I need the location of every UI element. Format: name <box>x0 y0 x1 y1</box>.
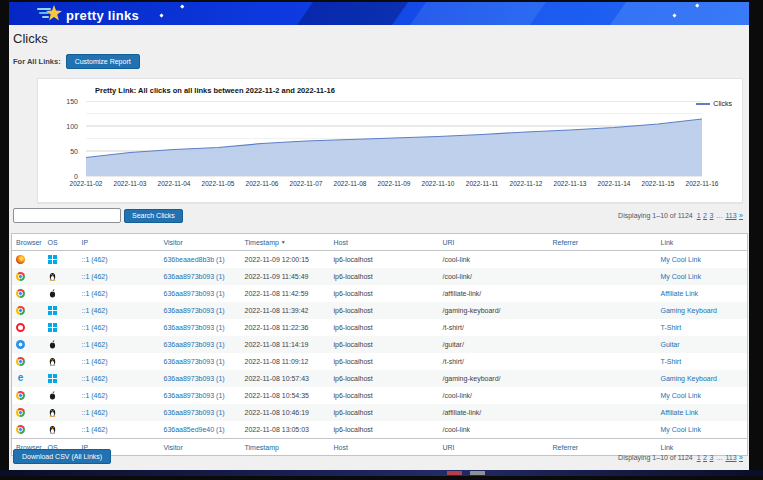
visitor-link[interactable]: 636aa85ed9e40 (1) <box>164 426 225 433</box>
ip-link[interactable]: ::1 (462) <box>82 375 108 382</box>
visitor-link[interactable]: 636aa8973b093 (1) <box>164 341 225 348</box>
link-cell: Affiliate Link <box>657 285 748 302</box>
ip-link[interactable]: ::1 (462) <box>82 256 108 263</box>
ip-link[interactable]: ::1 (462) <box>82 324 108 331</box>
os-cell <box>44 302 78 319</box>
os-cell <box>44 353 78 370</box>
x-tick-label: 2022-11-16 <box>686 180 719 187</box>
linux-icon <box>48 272 57 281</box>
chrome-hub-icon <box>18 410 23 415</box>
table-row: ::1 (462)636aa8973b093 (1)2022-11-09 11:… <box>12 268 748 285</box>
pretty-link-link[interactable]: Guitar <box>661 341 680 348</box>
page-link-2[interactable]: 2 <box>703 212 707 219</box>
page-link-3[interactable]: 3 <box>710 454 714 461</box>
page-link-1[interactable]: 1 <box>697 212 701 219</box>
visitor-link[interactable]: 636aa8973b093 (1) <box>164 324 225 331</box>
x-tick-label: 2022-11-07 <box>290 180 323 187</box>
ip-link[interactable]: ::1 (462) <box>82 426 108 433</box>
column-header-host[interactable]: Host <box>330 234 439 251</box>
os-cell <box>44 268 78 285</box>
visitor-link[interactable]: 636aa8973b093 (1) <box>164 409 225 416</box>
link-cell: Affiliate Link <box>657 404 748 421</box>
visitor-link[interactable]: 636aa8973b093 (1) <box>164 375 225 382</box>
clicks-chart-card: Pretty Link: All clicks on all links bet… <box>37 78 743 203</box>
customize-report-button[interactable]: Customize Report <box>66 54 140 69</box>
page-link-113[interactable]: 113 <box>725 212 736 219</box>
search-clicks-button[interactable]: Search Clicks <box>124 209 183 223</box>
ip-link[interactable]: ::1 (462) <box>82 290 108 297</box>
table-row: ::1 (462)636aa8973b093 (1)2022-11-08 11:… <box>12 336 748 353</box>
visitor-link[interactable]: 636aa8973b093 (1) <box>164 290 225 297</box>
clicks-table: BrowserOSIPVisitorTimestamp▼HostURIRefer… <box>11 233 748 456</box>
sort-desc-icon: ▼ <box>281 239 286 245</box>
brand-topbar: pretty links <box>9 2 749 25</box>
visitor-link[interactable]: 636aa8973b093 (1) <box>164 358 225 365</box>
visitor-cell: 636aa8973b093 (1) <box>160 302 241 319</box>
pretty-link-link[interactable]: Gaming Keyboard <box>661 307 717 314</box>
timestamp-cell: 2022-11-08 11:39:42 <box>241 302 330 319</box>
pretty-link-link[interactable]: T-Shirt <box>661 324 682 331</box>
pretty-link-link[interactable]: T-Shirt <box>661 358 682 365</box>
visitor-cell: 636aa8973b093 (1) <box>160 370 241 387</box>
page-link-113[interactable]: 113 <box>725 454 736 461</box>
y-tick-label: 50 <box>46 148 78 155</box>
column-header-uri[interactable]: URI <box>439 439 549 456</box>
pretty-link-link[interactable]: My Cool Link <box>661 256 701 263</box>
host-cell: ip6-localhost <box>330 302 439 319</box>
next-page-link[interactable]: » <box>739 212 743 219</box>
page-link-1[interactable]: 1 <box>697 454 701 461</box>
column-header-link[interactable]: Link <box>657 439 748 456</box>
column-header-ip[interactable]: IP <box>78 234 160 251</box>
ip-link[interactable]: ::1 (462) <box>82 307 108 314</box>
pretty-link-link[interactable]: My Cool Link <box>661 426 701 433</box>
column-header-timestamp[interactable]: Timestamp▼ <box>241 234 330 251</box>
ip-cell: ::1 (462) <box>78 302 160 319</box>
column-header-link[interactable]: Link <box>657 234 748 251</box>
column-header-browser[interactable]: Browser <box>12 234 44 251</box>
page-link-2[interactable]: 2 <box>703 454 707 461</box>
table-row: ::1 (462)636aa8973b093 (1)2022-11-08 11:… <box>12 353 748 370</box>
host-cell: ip6-localhost <box>330 319 439 336</box>
column-header-referrer[interactable]: Referrer <box>549 234 657 251</box>
table-body: ::1 (462)636beaaed8b3b (1)2022-11-09 12:… <box>12 251 748 439</box>
uri-cell: /t-shirt/ <box>439 353 549 370</box>
link-cell: Guitar <box>657 336 748 353</box>
page-link-3[interactable]: 3 <box>710 212 714 219</box>
table-row: ::1 (462)636aa85ed9e40 (1)2022-11-08 13:… <box>12 421 748 439</box>
next-page-link[interactable]: » <box>739 454 743 461</box>
chrome-icon <box>16 391 25 400</box>
browser-cell <box>12 387 44 404</box>
visitor-link[interactable]: 636aa8973b093 (1) <box>164 307 225 314</box>
download-csv-button[interactable]: Download CSV (All Links) <box>13 449 111 464</box>
column-header-uri[interactable]: URI <box>439 234 549 251</box>
chrome-hub-icon <box>18 427 23 432</box>
ip-link[interactable]: ::1 (462) <box>82 273 108 280</box>
pretty-link-link[interactable]: Affiliate Link <box>661 290 699 297</box>
pretty-link-link[interactable]: My Cool Link <box>661 273 701 280</box>
ip-link[interactable]: ::1 (462) <box>82 392 108 399</box>
pretty-link-link[interactable]: Affiliate Link <box>661 409 699 416</box>
chrome-hub-icon <box>18 274 23 279</box>
column-header-referrer[interactable]: Referrer <box>549 439 657 456</box>
uri-cell: /t-shirt/ <box>439 319 549 336</box>
host-cell: ip6-localhost <box>330 251 439 269</box>
visitor-link[interactable]: 636beaaed8b3b (1) <box>164 256 225 263</box>
column-header-visitor[interactable]: Visitor <box>160 234 241 251</box>
column-header-os[interactable]: OS <box>44 234 78 251</box>
ip-link[interactable]: ::1 (462) <box>82 358 108 365</box>
uri-cell: /affiliate-link/ <box>439 285 549 302</box>
os-cell <box>44 370 78 387</box>
search-input[interactable] <box>13 208 121 223</box>
column-header-host[interactable]: Host <box>330 439 439 456</box>
visitor-link[interactable]: 636aa8973b093 (1) <box>164 392 225 399</box>
pretty-link-link[interactable]: Gaming Keyboard <box>661 375 717 382</box>
browser-cell <box>12 404 44 421</box>
visitor-link[interactable]: 636aa8973b093 (1) <box>164 273 225 280</box>
pretty-link-link[interactable]: My Cool Link <box>661 392 701 399</box>
table-row: ::1 (462)636aa8973b093 (1)2022-11-08 10:… <box>12 404 748 421</box>
ip-link[interactable]: ::1 (462) <box>82 409 108 416</box>
column-header-timestamp[interactable]: Timestamp <box>241 439 330 456</box>
column-header-visitor[interactable]: Visitor <box>160 439 241 456</box>
timestamp-cell: 2022-11-09 12:00:15 <box>241 251 330 269</box>
ip-link[interactable]: ::1 (462) <box>82 341 108 348</box>
